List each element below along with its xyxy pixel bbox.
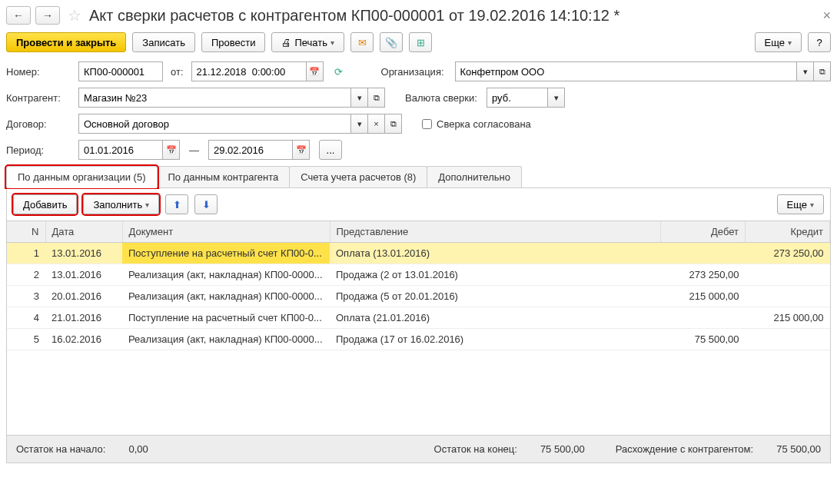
table-row[interactable]: 3 20.01.2016 Реализация (акт, накладная)…: [7, 286, 830, 307]
cell-repr: Оплата (21.01.2016): [330, 307, 661, 329]
move-down-button[interactable]: ⬇: [194, 194, 218, 214]
footer-summary: Остаток на начало: 0,00 Остаток на конец…: [7, 435, 830, 463]
cell-debit: 215 000,00: [661, 286, 746, 307]
tab-partner-data[interactable]: По данным контрагента: [157, 166, 291, 187]
currency-input[interactable]: [487, 88, 548, 108]
currency-label: Валюта сверки:: [405, 92, 482, 104]
print-button[interactable]: 🖨 Печать: [271, 32, 344, 52]
period-from-input[interactable]: [78, 140, 163, 160]
structure-button[interactable]: ⊞: [409, 32, 432, 52]
agreed-checkbox[interactable]: [422, 119, 432, 129]
email-button[interactable]: ✉: [350, 32, 374, 52]
calendar-icon[interactable]: 📅: [307, 61, 324, 81]
col-repr[interactable]: Представление: [330, 221, 661, 243]
cell-debit: 273 250,00: [661, 264, 746, 286]
cell-repr: Продажа (2 от 13.01.2016): [330, 264, 661, 286]
cell-date: 13.01.2016: [45, 264, 122, 286]
cell-debit: [661, 307, 746, 329]
chevron-down-icon[interactable]: ▾: [797, 61, 814, 81]
cell-repr: Оплата (13.01.2016): [330, 243, 661, 264]
post-and-close-button[interactable]: Провести и закрыть: [6, 32, 126, 52]
close-icon[interactable]: ×: [822, 8, 831, 24]
envelope-icon: ✉: [358, 37, 367, 48]
cell-date: 13.01.2016: [45, 243, 122, 264]
start-balance-value: 0,00: [128, 443, 148, 455]
period-select-button[interactable]: ...: [319, 140, 342, 160]
table-row[interactable]: 1 13.01.2016 Поступление на расчетный сч…: [7, 243, 830, 264]
table-row[interactable]: 2 13.01.2016 Реализация (акт, накладная)…: [7, 264, 830, 286]
post-button[interactable]: Провести: [201, 32, 266, 52]
date-input[interactable]: [191, 61, 307, 81]
diff-value: 75 500,00: [776, 443, 821, 455]
cell-debit: [661, 243, 746, 264]
arrow-up-icon: ⬆: [173, 199, 181, 211]
fill-button[interactable]: Заполнить: [83, 194, 159, 214]
col-debit[interactable]: Дебет: [661, 221, 746, 243]
printer-icon: 🖨: [281, 37, 291, 48]
calendar-icon[interactable]: 📅: [293, 140, 310, 160]
table-row[interactable]: 4 21.01.2016 Поступление на расчетный сч…: [7, 307, 830, 329]
table-row[interactable]: 5 16.02.2016 Реализация (акт, накладная)…: [7, 329, 830, 350]
from-label: от:: [171, 66, 184, 78]
favorite-star-icon[interactable]: ☆: [68, 6, 81, 25]
refresh-icon[interactable]: ⟳: [334, 66, 343, 78]
cell-n: 4: [7, 307, 45, 329]
partner-label: Контрагент:: [6, 92, 74, 104]
cell-n: 1: [7, 243, 45, 264]
calendar-icon[interactable]: 📅: [163, 140, 180, 160]
arrow-down-icon: ⬇: [202, 199, 211, 211]
cell-repr: Продажа (5 от 20.01.2016): [330, 286, 661, 307]
contract-label: Договор:: [6, 118, 74, 130]
partner-input[interactable]: [78, 88, 351, 108]
col-n[interactable]: N: [7, 221, 45, 243]
cell-repr: Продажа (17 от 16.02.2016): [330, 329, 661, 350]
agreed-label: Сверка согласована: [437, 118, 531, 130]
cell-date: 20.01.2016: [45, 286, 122, 307]
nav-forward-button[interactable]: →: [35, 6, 60, 25]
add-button[interactable]: Добавить: [13, 194, 77, 214]
chevron-down-icon[interactable]: ▾: [351, 114, 368, 134]
cell-credit: 215 000,00: [746, 307, 830, 329]
nav-back-button[interactable]: ←: [6, 6, 31, 25]
move-up-button[interactable]: ⬆: [165, 194, 188, 214]
clear-icon[interactable]: ×: [368, 114, 385, 134]
structure-icon: ⊞: [417, 37, 425, 48]
period-to-input[interactable]: [208, 140, 293, 160]
cell-doc: Реализация (акт, накладная) КП00-0000...: [122, 264, 330, 286]
chevron-down-icon[interactable]: ▾: [351, 88, 368, 108]
col-doc[interactable]: Документ: [122, 221, 330, 243]
write-button[interactable]: Записать: [132, 32, 195, 52]
chevron-down-icon[interactable]: ▾: [548, 88, 565, 108]
tab-additional[interactable]: Дополнительно: [427, 166, 522, 187]
more-button[interactable]: Еще: [755, 32, 802, 52]
cell-doc: Поступление на расчетный счет КП00-0...: [122, 243, 330, 264]
table-more-button[interactable]: Еще: [777, 194, 824, 214]
reconciliation-table: N Дата Документ Представление Дебет Кред…: [7, 221, 830, 350]
number-input[interactable]: [78, 61, 163, 81]
cell-debit: 75 500,00: [661, 329, 746, 350]
diff-label: Расхождение с контрагентом:: [616, 443, 753, 455]
col-date[interactable]: Дата: [45, 221, 122, 243]
cell-date: 21.01.2016: [45, 307, 122, 329]
tab-org-data[interactable]: По данным организации (5): [6, 166, 158, 187]
cell-n: 5: [7, 329, 45, 350]
cell-n: 3: [7, 286, 45, 307]
open-icon[interactable]: ⧉: [385, 114, 402, 134]
start-balance-label: Остаток на начало:: [16, 443, 105, 455]
open-icon[interactable]: ⧉: [368, 88, 385, 108]
cell-doc: Поступление на расчетный счет КП00-0...: [122, 307, 330, 329]
cell-credit: [746, 264, 830, 286]
attach-button[interactable]: 📎: [380, 32, 403, 52]
end-balance-value: 75 500,00: [540, 443, 585, 455]
contract-input[interactable]: [78, 114, 351, 134]
cell-credit: [746, 329, 830, 350]
help-button[interactable]: ?: [808, 32, 831, 52]
table-empty-area: [7, 350, 830, 435]
cell-credit: 273 250,00: [746, 243, 830, 264]
cell-n: 2: [7, 264, 45, 286]
col-credit[interactable]: Кредит: [746, 221, 830, 243]
tab-accounts[interactable]: Счета учета расчетов (8): [289, 166, 427, 187]
tabs: По данным организации (5) По данным конт…: [6, 166, 831, 188]
org-input[interactable]: [455, 61, 797, 81]
open-icon[interactable]: ⧉: [814, 61, 831, 81]
